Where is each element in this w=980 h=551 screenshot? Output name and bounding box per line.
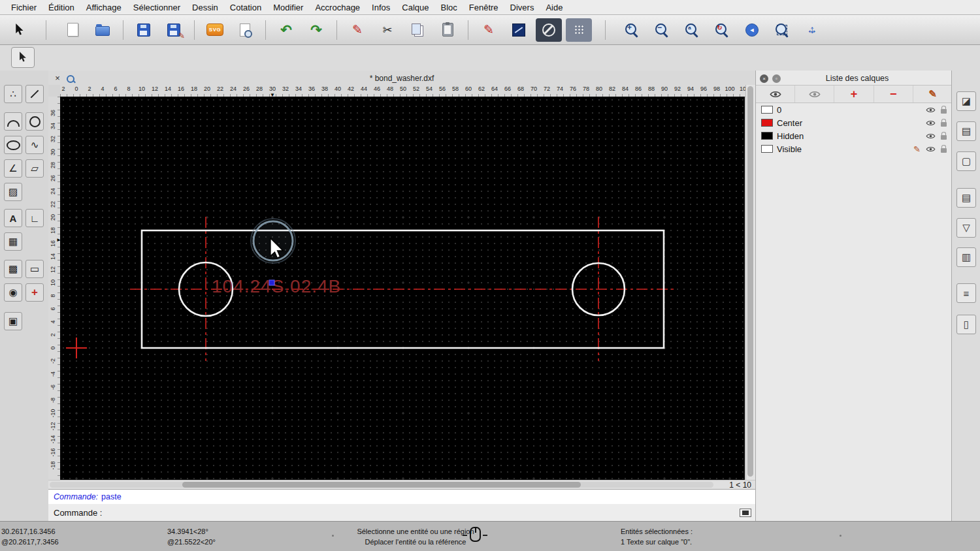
horizontal-scrollbar-thumb[interactable]: [182, 482, 581, 488]
dock-properties-button[interactable]: ▥: [956, 247, 976, 267]
remove-layer-button[interactable]: −: [874, 86, 913, 102]
menu-calque[interactable]: Calque: [396, 3, 434, 12]
redo-button[interactable]: ↷: [303, 18, 329, 42]
menu-bloc[interactable]: Bloc: [434, 3, 463, 12]
layer-lock-icon[interactable]: [941, 122, 947, 127]
layer-lock-icon[interactable]: [941, 148, 947, 153]
layer-lock-icon[interactable]: [941, 109, 947, 114]
hide-all-layers-button[interactable]: [795, 86, 834, 102]
measure-tool[interactable]: ▭: [25, 260, 44, 278]
dock-library-button[interactable]: ◪: [956, 91, 976, 111]
zoom-redraw-button[interactable]: ↻: [709, 18, 735, 42]
layer-lock-icon[interactable]: [941, 135, 947, 140]
solid-tool[interactable]: ▣: [4, 312, 22, 330]
dock-command-button[interactable]: ≡: [956, 283, 976, 303]
horizontal-scrollbar[interactable]: [50, 482, 713, 488]
select-tool-button[interactable]: [7, 18, 33, 42]
line-tool[interactable]: [25, 85, 44, 103]
layer-row-center[interactable]: Center: [756, 116, 952, 129]
open-file-button[interactable]: [90, 18, 116, 42]
layer-color-swatch[interactable]: [761, 106, 773, 114]
layer-visibility-icon[interactable]: [926, 120, 936, 126]
part-number-text[interactable]: 104.24S.02.4B: [212, 276, 341, 296]
zoom-out-button[interactable]: −: [649, 18, 675, 42]
tab-close-button[interactable]: ×: [52, 73, 63, 84]
drawing-canvas[interactable]: 104.24S.02.4B: [60, 97, 745, 480]
active-select-tool-button[interactable]: [11, 47, 35, 68]
paste-button[interactable]: [434, 18, 461, 42]
layer-row-visible[interactable]: Visible ✎: [756, 142, 952, 155]
menu-aide[interactable]: Aide: [540, 3, 568, 12]
menu-selectionner[interactable]: Sélectionner: [127, 3, 186, 12]
polygon-tool[interactable]: ▱: [25, 159, 44, 178]
explode-tool[interactable]: ▩: [4, 260, 22, 278]
polyline-tool[interactable]: ∠: [4, 159, 22, 178]
dock-list-button[interactable]: ▤: [956, 188, 976, 208]
hatch-tool[interactable]: ▨: [4, 183, 22, 201]
print-preview-button[interactable]: [232, 18, 258, 42]
save-as-button[interactable]: ✎: [161, 18, 187, 42]
dimension-tool[interactable]: ∟: [25, 209, 44, 227]
menu-edition[interactable]: Édition: [42, 3, 80, 12]
save-button[interactable]: [131, 18, 157, 42]
arc-tool[interactable]: [4, 112, 22, 131]
ellipse-tool[interactable]: [4, 136, 22, 154]
dock-clipboard-button[interactable]: ▯: [956, 315, 976, 334]
vertical-scrollbar-thumb[interactable]: [747, 86, 753, 477]
zoom-pan-button[interactable]: ↔↕: [799, 18, 825, 42]
copy-button[interactable]: [404, 18, 431, 42]
layer-row-0[interactable]: 0: [756, 103, 952, 116]
layer-row-hidden[interactable]: Hidden: [756, 129, 952, 142]
menu-dessin[interactable]: Dessin: [186, 3, 224, 12]
layer-visibility-icon[interactable]: [926, 146, 936, 152]
layer-color-swatch[interactable]: [761, 132, 773, 140]
edit-layer-button[interactable]: ✎: [913, 86, 952, 102]
menu-affichage[interactable]: Affichage: [80, 3, 127, 12]
zoom-in-button[interactable]: +: [619, 18, 645, 42]
layer-color-swatch[interactable]: [761, 145, 773, 153]
panel-close-button[interactable]: ×: [760, 74, 768, 83]
menu-fichier[interactable]: Fichier: [5, 3, 42, 12]
image-tool[interactable]: ▦: [4, 232, 22, 251]
panel-float-button[interactable]: ▫: [772, 74, 781, 83]
spline-tool[interactable]: ∿: [25, 136, 44, 154]
menu-cotation[interactable]: Cotation: [224, 3, 267, 12]
menu-fenetre[interactable]: Fenêtre: [463, 3, 504, 12]
command-input[interactable]: [106, 505, 736, 520]
eraser-button[interactable]: ✎: [344, 18, 370, 42]
layer-visibility-icon[interactable]: [926, 107, 936, 113]
circle-tool[interactable]: [25, 112, 44, 131]
menu-accrochage[interactable]: Accrochage: [309, 3, 366, 12]
snap-tool[interactable]: +: [25, 283, 44, 302]
grid-toggle-button[interactable]: [566, 18, 592, 42]
layer-visibility-icon[interactable]: [926, 133, 936, 139]
h-ruler-label: 20: [201, 86, 214, 92]
vertical-scrollbar[interactable]: [745, 85, 755, 480]
circle-tool-button[interactable]: [536, 18, 562, 42]
text-tool[interactable]: A: [4, 209, 22, 227]
points-tool[interactable]: ∴: [4, 85, 22, 103]
svg-export-button[interactable]: SVG: [202, 18, 228, 42]
layer-color-swatch[interactable]: [761, 119, 773, 127]
undo-button[interactable]: ↶: [273, 18, 299, 42]
donut-tool[interactable]: ◉: [4, 283, 22, 302]
selection-handle[interactable]: [269, 280, 274, 285]
menu-modifier[interactable]: Modifier: [267, 3, 309, 12]
pen-button[interactable]: ✎: [476, 18, 502, 42]
dock-filter-button[interactable]: ▽: [956, 218, 976, 238]
add-layer-button[interactable]: +: [834, 86, 874, 102]
command-options-button[interactable]: [740, 509, 751, 517]
dock-blocks-button[interactable]: ▤: [956, 121, 976, 141]
menu-infos[interactable]: Infos: [366, 3, 396, 12]
zoom-previous-button[interactable]: ◄: [739, 18, 765, 42]
show-all-layers-button[interactable]: [756, 86, 795, 102]
new-file-button[interactable]: [59, 18, 86, 42]
zoom-window-button[interactable]: [769, 18, 795, 42]
menu-divers[interactable]: Divers: [504, 3, 540, 12]
attributes-button[interactable]: [506, 18, 532, 42]
tab-zoom-icon[interactable]: [67, 75, 74, 83]
cut-button[interactable]: ✂: [374, 18, 400, 42]
dock-window-button[interactable]: ▢: [956, 151, 976, 171]
zoom-auto-button[interactable]: a: [679, 18, 705, 42]
layer-edit-pencil-icon[interactable]: ✎: [913, 144, 921, 154]
